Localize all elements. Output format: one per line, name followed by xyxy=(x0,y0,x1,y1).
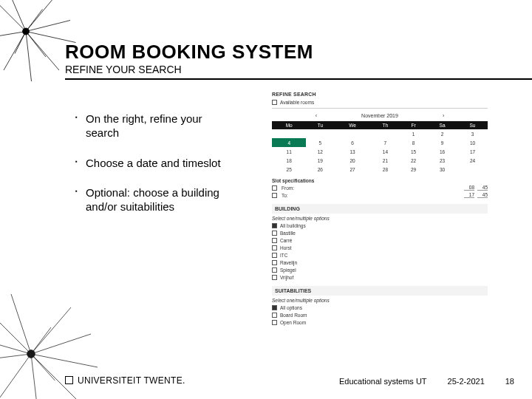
building-option: Ravelijn xyxy=(280,260,297,265)
svg-line-11 xyxy=(15,32,26,54)
calendar-day: 30 xyxy=(427,165,457,174)
footer-date: 25-2-2021 xyxy=(448,377,485,386)
calendar-day: 21 xyxy=(371,156,400,165)
calendar-dow: Su xyxy=(457,121,488,129)
svg-line-22 xyxy=(11,294,31,354)
calendar-day: 13 xyxy=(334,147,371,156)
calendar-day: 11 xyxy=(272,147,306,156)
bullet-list: On the right, refine your search Choose … xyxy=(75,112,234,231)
building-option: Horst xyxy=(280,245,292,250)
svg-line-15 xyxy=(31,307,71,354)
building-heading: BUILDING xyxy=(272,204,488,214)
svg-line-24 xyxy=(31,327,51,354)
calendar-day: 28 xyxy=(371,165,400,174)
calendar-day: 17 xyxy=(457,147,488,156)
calendar-dow: Fr xyxy=(400,121,427,129)
building-hint: Select one/multiple options xyxy=(272,216,488,221)
calendar-day xyxy=(457,165,488,174)
calendar-prev-icon: ‹ xyxy=(316,113,317,118)
calendar-day: 14 xyxy=(371,147,400,156)
calendar-day: 7 xyxy=(371,138,400,147)
slot-to-label: To: xyxy=(282,193,460,198)
checkbox-icon xyxy=(272,193,277,198)
svg-line-6 xyxy=(26,32,32,82)
calendar-day: 23 xyxy=(427,156,457,165)
calendar-dow: Th xyxy=(371,121,400,129)
svg-line-21 xyxy=(0,354,31,361)
building-option: Spiegel xyxy=(280,267,296,273)
building-option: All buildings xyxy=(280,223,306,228)
calendar-day: 6 xyxy=(334,138,371,147)
calendar-day: 19 xyxy=(306,156,334,165)
calendar-day: 2 xyxy=(427,129,457,138)
calendar-day: 9 xyxy=(427,138,457,147)
suitability-option: All options xyxy=(280,305,302,310)
calendar-day: 29 xyxy=(400,165,427,174)
checkbox-icon xyxy=(272,275,277,280)
svg-line-5 xyxy=(26,32,59,71)
slot-to-min: 45 xyxy=(477,192,488,198)
calendar-dow: Mo xyxy=(272,121,306,129)
building-option: Vrijhof xyxy=(280,275,293,280)
suitabilities-hint: Select one/multiple options xyxy=(272,298,488,303)
suitability-option: Board Room xyxy=(280,313,307,318)
calendar-day: 3 xyxy=(457,129,488,138)
svg-line-14 xyxy=(0,314,31,354)
svg-line-8 xyxy=(0,32,26,38)
bullet-item: On the right, refine your search xyxy=(75,112,234,140)
svg-line-12 xyxy=(26,10,43,32)
slide-title: ROOM BOOKING SYSTEM xyxy=(65,41,313,64)
availability-checkbox-label: Available rooms xyxy=(280,100,314,105)
calendar-day: 1 xyxy=(400,129,427,138)
calendar-grid: MoTuWeThFrSaSu 1234567891011121314151617… xyxy=(272,121,488,174)
checkbox-icon xyxy=(272,185,277,191)
checkbox-icon xyxy=(272,313,277,318)
building-option: Bastille xyxy=(280,231,296,236)
calendar-day: 25 xyxy=(272,165,306,174)
footer-page: 18 xyxy=(505,377,514,386)
title-rule xyxy=(65,78,532,80)
svg-line-9 xyxy=(10,0,27,32)
slide-subtitle: REFINE YOUR SEARCH xyxy=(65,64,182,75)
svg-line-25 xyxy=(0,341,31,354)
checkbox-icon xyxy=(272,260,277,265)
checkbox-icon xyxy=(272,100,277,105)
calendar-day: 24 xyxy=(457,156,488,165)
slot-from-hour: 08 xyxy=(464,185,474,191)
building-option: ITC xyxy=(280,253,287,258)
calendar-day xyxy=(272,129,306,138)
checkbox-icon xyxy=(272,231,277,236)
calendar-day: 16 xyxy=(427,147,457,156)
svg-line-20 xyxy=(0,354,31,399)
calendar-day: 22 xyxy=(400,156,427,165)
calendar-day: 4 xyxy=(272,138,306,147)
suitability-option: Open Room xyxy=(280,320,306,325)
building-option: Carré xyxy=(280,238,292,243)
checkbox-icon xyxy=(272,305,277,310)
checkbox-icon xyxy=(272,223,277,228)
calendar-day: 26 xyxy=(306,165,334,174)
slot-from-min: 45 xyxy=(477,185,488,191)
calendar-day xyxy=(334,129,371,138)
bullet-item: Choose a date and timeslot xyxy=(75,157,234,171)
calendar-day xyxy=(306,129,334,138)
svg-point-13 xyxy=(27,350,35,358)
refine-panel-screenshot: REFINE SEARCH Available rooms ‹ November… xyxy=(272,87,488,383)
svg-line-16 xyxy=(31,334,91,354)
svg-line-7 xyxy=(4,32,26,71)
calendar-dow: We xyxy=(334,121,371,129)
calendar-day: 15 xyxy=(400,147,427,156)
checkbox-icon xyxy=(272,253,277,258)
calendar-dow: Tu xyxy=(306,121,334,129)
svg-line-17 xyxy=(31,354,98,367)
svg-point-0 xyxy=(23,28,30,35)
calendar: ‹ November 2019 › MoTuWeThFrSaSu 1234567… xyxy=(272,112,488,174)
suitabilities-heading: SUITABILITIES xyxy=(272,286,488,296)
slot-from-label: From: xyxy=(282,185,460,191)
calendar-day: 10 xyxy=(457,138,488,147)
footer-source: Educational systems UT xyxy=(339,377,427,386)
calendar-day: 5 xyxy=(306,138,334,147)
calendar-day: 8 xyxy=(400,138,427,147)
calendar-day xyxy=(371,129,400,138)
refine-search-heading: REFINE SEARCH xyxy=(272,92,488,97)
